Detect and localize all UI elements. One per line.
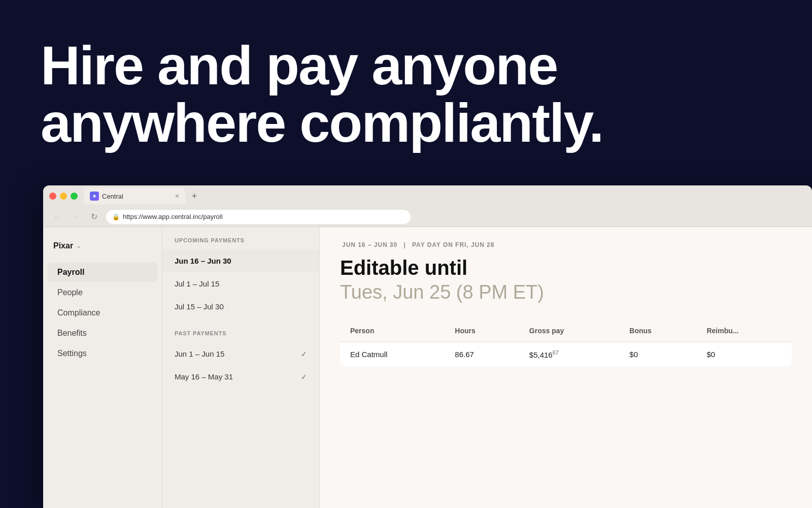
sidebar: Pixar ⌄ Payroll People Compliance Benefi… [43,227,162,508]
cell-reimbu: $0 [696,342,792,367]
hero-text: Hire and pay anyone anywhere compliantly… [41,37,603,152]
main-content: JUN 16 – JUN 30 | PAY DAY ON FRI, JUN 28… [320,227,812,508]
hero-line1: Hire and pay anyone [41,35,557,96]
lock-icon: 🔒 [112,213,120,220]
past-payments-section: Past Payments Jun 1 – Jun 15 ✓ May 16 – … [162,330,319,388]
payment-item-jul1-jul15[interactable]: Jul 1 – Jul 15 [162,272,319,295]
chevron-down-icon: ⌄ [76,242,81,249]
browser-window: Central × + ← → ↻ 🔒 https://www.app.cent… [43,185,812,508]
col-bonus: Bonus [619,320,696,342]
cell-bonus: $0 [619,342,696,367]
editable-label: Editable until [340,257,792,279]
table-header-row: Person Hours Gross pay Bonus Reimbu... [340,320,792,342]
hero-line2: anywhere compliantly. [41,92,603,153]
payroll-table: Person Hours Gross pay Bonus Reimbu... E… [340,320,792,366]
sidebar-item-settings[interactable]: Settings [47,344,158,363]
maximize-button[interactable] [71,193,78,200]
payments-panel: Upcoming Payments Jun 16 – Jun 30 Jul 1 … [162,227,320,508]
url-text: https://www.app.central.inc/payroll [123,213,223,220]
payment-item-jun1-jun15[interactable]: Jun 1 – Jun 15 ✓ [162,342,319,365]
sidebar-item-benefits[interactable]: Benefits [47,324,158,343]
sidebar-item-payroll[interactable]: Payroll [47,263,158,282]
col-hours: Hours [445,320,519,342]
forward-button[interactable]: → [70,212,82,221]
cell-gross-pay: $5,41667 [519,342,619,367]
sidebar-item-compliance[interactable]: Compliance [47,303,158,323]
payment-item-jun16-jun30[interactable]: Jun 16 – Jun 30 [162,249,319,272]
back-button[interactable]: ← [51,212,63,221]
minimize-button[interactable] [60,193,67,200]
table-row[interactable]: Ed Catmull 86.67 $5,41667 $0 $0 [340,342,792,367]
refresh-button[interactable]: ↻ [88,212,100,221]
address-bar: ← → ↻ 🔒 https://www.app.central.inc/payr… [43,207,812,227]
close-button[interactable] [49,193,56,200]
hero-section: Hire and pay anyone anywhere compliantly… [0,0,812,188]
payroll-meta: JUN 16 – JUN 30 | PAY DAY ON FRI, JUN 28 [340,241,792,248]
sidebar-item-people[interactable]: People [47,283,158,302]
org-selector[interactable]: Pixar ⌄ [43,237,162,255]
url-box[interactable]: 🔒 https://www.app.central.inc/payroll [106,210,411,224]
col-reimbu: Reimbu... [696,320,792,342]
check-icon-2: ✓ [301,373,307,381]
payment-item-jul15-jul30[interactable]: Jul 15 – Jul 30 [162,295,319,318]
col-person: Person [340,320,445,342]
org-name: Pixar [53,241,73,250]
tab-close-icon[interactable]: × [175,192,179,200]
payment-item-may16-may31[interactable]: May 16 – May 31 ✓ [162,365,319,388]
browser-tab[interactable]: Central × [84,188,185,204]
browser-chrome: Central × + [43,185,812,207]
app-layout: Pixar ⌄ Payroll People Compliance Benefi… [43,227,812,508]
col-gross-pay: Gross pay [519,320,619,342]
tab-favicon-icon [90,192,99,201]
tab-bar: Central × + [84,188,806,204]
cell-person: Ed Catmull [340,342,445,367]
new-tab-button[interactable]: + [187,189,201,203]
tab-title: Central [102,193,172,200]
traffic-lights [49,193,78,200]
check-icon: ✓ [301,350,307,358]
cell-hours: 86.67 [445,342,519,367]
editable-date: Tues, Jun 25 (8 PM ET) [340,281,792,303]
past-payments-label: Past Payments [162,330,319,342]
svg-point-1 [94,196,95,197]
upcoming-payments-label: Upcoming Payments [162,237,319,249]
